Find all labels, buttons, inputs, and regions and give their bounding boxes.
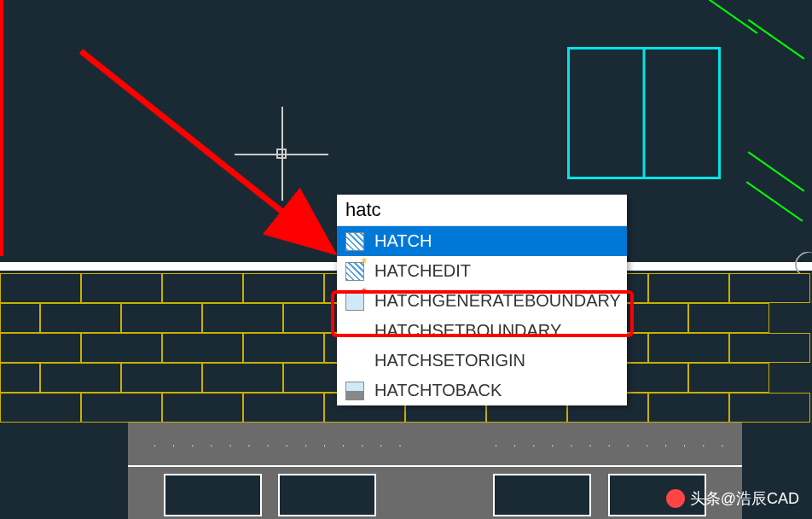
command-icon	[345, 322, 364, 341]
cad-diagonal-line[interactable]	[748, 151, 805, 192]
watermark-text: @浩辰CAD	[721, 488, 799, 509]
cad-diagonal-line[interactable]	[746, 181, 803, 222]
cad-rectangle[interactable]	[278, 474, 376, 516]
autocomplete-item-label: HATCHEDIT	[374, 261, 471, 281]
autocomplete-item-label: HATCHSETBOUNDARY	[374, 321, 561, 341]
cad-window-object[interactable]	[567, 47, 721, 179]
cad-rectangle[interactable]	[493, 474, 591, 516]
command-icon	[345, 352, 364, 370]
autocomplete-item-label: HATCHTOBACK	[374, 381, 502, 400]
dot-pattern: . . . . . . . . . . . . . .	[154, 438, 409, 448]
autocomplete-item[interactable]: HATCHSETORIGIN	[337, 346, 627, 376]
autocomplete-item-label: HATCHGENERATEBOUNDARY	[374, 291, 621, 311]
cad-diagonal-line[interactable]	[701, 0, 758, 34]
dot-pattern: . . . . . . . . . . . . .	[495, 438, 730, 448]
annotation-arrow-icon	[72, 43, 354, 273]
command-icon	[345, 292, 364, 311]
command-icon	[345, 382, 364, 400]
watermark-prefix: 头条	[690, 488, 721, 509]
command-input[interactable]	[337, 195, 627, 226]
svg-line-1	[81, 51, 333, 252]
watermark-logo-icon	[666, 489, 685, 508]
autocomplete-item[interactable]: HATCHSETBOUNDARY	[337, 316, 627, 346]
autocomplete-item-label: HATCH	[374, 231, 432, 251]
autocomplete-item-label: HATCHSETORIGIN	[374, 351, 525, 370]
autocomplete-item[interactable]: HATCHEDIT	[337, 256, 627, 286]
command-autocomplete-dropdown: HATCHHATCHEDITHATCHGENERATEBOUNDARYHATCH…	[337, 195, 627, 405]
autocomplete-item[interactable]: HATCHTOBACK	[337, 376, 627, 405]
command-icon	[345, 262, 364, 281]
cad-line	[128, 465, 742, 467]
cad-rectangle[interactable]	[164, 474, 262, 516]
autocomplete-item[interactable]: HATCH	[337, 226, 627, 256]
cad-diagonal-line[interactable]	[748, 19, 805, 60]
command-icon	[345, 232, 364, 251]
autocomplete-item[interactable]: HATCHGENERATEBOUNDARY	[337, 286, 627, 316]
red-vertical-accent	[0, 0, 3, 256]
watermark: 头条 @浩辰CAD	[666, 488, 799, 509]
